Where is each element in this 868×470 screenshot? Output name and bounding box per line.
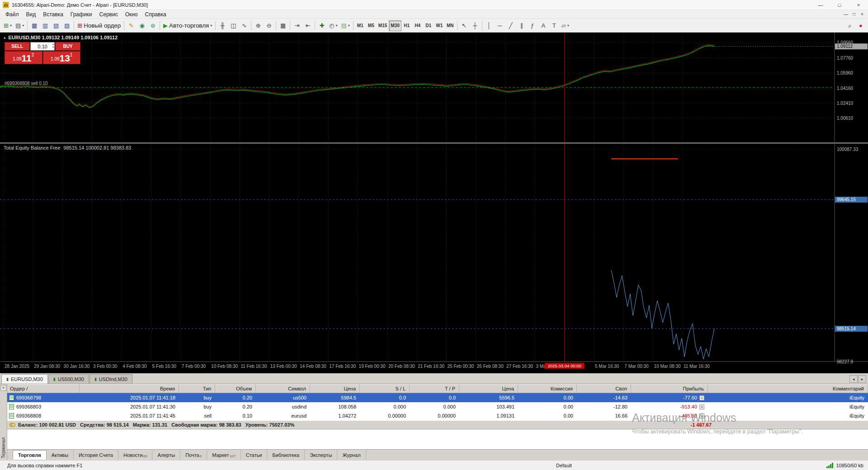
- menu-item-Вид[interactable]: Вид: [23, 11, 40, 18]
- column-header-7[interactable]: T / P: [410, 384, 459, 393]
- menu-item-Справка[interactable]: Справка: [142, 11, 170, 18]
- table-row[interactable]: 6993688032025.01.07 11:41:30buy0.20usdin…: [7, 402, 868, 411]
- zoom-out-button[interactable]: ⊖: [264, 20, 274, 31]
- timeframe-m5[interactable]: M5: [366, 20, 377, 31]
- market-button[interactable]: ⊚: [147, 20, 158, 31]
- menu-item-Сервис[interactable]: Сервис: [96, 11, 122, 18]
- horizontal-line-button[interactable]: ─: [495, 20, 505, 31]
- column-header-9[interactable]: Комиссия: [518, 384, 577, 393]
- status-profile[interactable]: Default: [556, 463, 572, 468]
- terminal-tab-Алерты[interactable]: Алерты: [152, 450, 180, 460]
- column-header-6[interactable]: S / L: [360, 384, 410, 393]
- timeframe-m30[interactable]: M30: [389, 20, 401, 31]
- column-header-12[interactable]: Комментарий: [708, 384, 868, 393]
- column-header-0[interactable]: Ордер /: [7, 384, 80, 393]
- crosshair-button[interactable]: ┼: [470, 20, 481, 31]
- terminal-tab-Библиотека[interactable]: Библиотека: [267, 450, 305, 460]
- mdi-minimize-button[interactable]: —: [842, 9, 850, 19]
- menu-item-Окно[interactable]: Окно: [122, 11, 142, 18]
- minimize-button[interactable]: —: [811, 0, 830, 9]
- column-header-5[interactable]: Цена: [310, 384, 360, 393]
- terminal-panel-button[interactable]: ▨: [61, 20, 72, 31]
- auto-scroll-button[interactable]: ⇥: [292, 20, 302, 31]
- buy-button[interactable]: BUY: [55, 42, 80, 51]
- column-header-1[interactable]: Время: [80, 384, 179, 393]
- chart-tab-EURUSD,M30[interactable]: ▮EURUSD,M30: [1, 374, 48, 384]
- terminal-tab-Статьи[interactable]: Статьи: [241, 450, 268, 460]
- mql5-button[interactable]: ◉: [137, 20, 147, 31]
- shapes-button-dropdown-icon[interactable]: ▾: [567, 24, 569, 28]
- periods-button-dropdown-icon[interactable]: ▾: [335, 24, 337, 28]
- shapes-button[interactable]: ▱▾: [560, 20, 571, 31]
- templates-button-dropdown-icon[interactable]: ▾: [348, 24, 350, 28]
- lot-spin-up-icon[interactable]: ▴: [52, 42, 54, 46]
- fibonacci-button[interactable]: ƒ: [527, 20, 538, 31]
- chart-canvas[interactable]: 28 Jan 202529 Jan 08:3030 Jan 16:303 Feb…: [0, 33, 868, 373]
- maximize-button[interactable]: □: [830, 0, 849, 9]
- column-header-2[interactable]: Тип: [179, 384, 215, 393]
- lot-size-input[interactable]: 0.10 ▴ ▾: [30, 42, 55, 51]
- bar-chart-button[interactable]: ╫: [217, 20, 228, 31]
- timeframe-d1[interactable]: D1: [423, 20, 434, 31]
- profiles-button-dropdown-icon[interactable]: ▾: [22, 24, 24, 28]
- new-chart-button-dropdown-icon[interactable]: ▾: [10, 24, 12, 28]
- column-header-8[interactable]: Цена: [459, 384, 518, 393]
- market-watch-button[interactable]: ▦: [29, 20, 40, 31]
- sell-button[interactable]: SELL: [5, 42, 30, 51]
- timeframe-mn[interactable]: MN: [445, 20, 456, 31]
- timeframe-m1[interactable]: M1: [355, 20, 366, 31]
- column-header-11[interactable]: Прибыль: [631, 384, 708, 393]
- timeframe-h1[interactable]: H1: [401, 20, 412, 31]
- column-header-4[interactable]: Символ: [256, 384, 310, 393]
- open-position-label[interactable]: #699368808 sell 0.10: [5, 81, 48, 86]
- chart-tabs-scroll-right[interactable]: ▸: [858, 375, 866, 383]
- chart-shift-button[interactable]: ⇤: [302, 20, 313, 31]
- menu-item-Вставка[interactable]: Вставка: [39, 11, 67, 18]
- table-row[interactable]: 6993688082025.01.07 11:41:45sell0.10euru…: [7, 411, 868, 420]
- buy-price-button[interactable]: 1.09 13 1: [43, 51, 81, 64]
- profiles-button[interactable]: ▤▾: [14, 20, 26, 31]
- chat-button[interactable]: ●: [855, 20, 866, 31]
- terminal-tab-Маркет[interactable]: Маркет107: [207, 450, 241, 460]
- table-row[interactable]: 6993687982025.01.07 11:41:18buy0.20us500…: [7, 393, 868, 402]
- chart-tab-US500,M30[interactable]: ▮US500,M30: [48, 374, 89, 384]
- sell-price-button[interactable]: 1.09 11 2: [5, 51, 42, 64]
- label-button[interactable]: Т: [549, 20, 560, 31]
- line-chart-button[interactable]: ∿: [239, 20, 250, 31]
- data-window-button[interactable]: ▥: [40, 20, 51, 31]
- close-button[interactable]: ×: [849, 0, 868, 9]
- metaeditor-button[interactable]: ✎: [126, 20, 137, 31]
- timeframe-m15[interactable]: M15: [377, 20, 389, 31]
- autotrade-button[interactable]: ▶Авто-торговля▾: [161, 20, 214, 31]
- chart-tabs-scroll-left[interactable]: ◂: [849, 375, 858, 383]
- timeframe-w1[interactable]: W1: [434, 20, 445, 31]
- terminal-close-button[interactable]: ×: [0, 385, 6, 391]
- zoom-in-button[interactable]: ⊕: [253, 20, 264, 31]
- terminal-tab-Торговля[interactable]: Торговля: [13, 450, 47, 460]
- terminal-tab-Эксперты[interactable]: Эксперты: [305, 450, 337, 460]
- search-button[interactable]: ⌕: [844, 20, 855, 31]
- indicators-button[interactable]: ✚: [316, 20, 327, 31]
- new-order-button[interactable]: ⊞Новый ордер: [75, 20, 123, 31]
- navigator-button[interactable]: ▧: [51, 20, 61, 31]
- trendline-button[interactable]: ╱: [505, 20, 516, 31]
- tile-windows-button[interactable]: ▦: [278, 20, 288, 31]
- mdi-restore-button[interactable]: □: [850, 9, 858, 19]
- close-position-button[interactable]: ×: [699, 404, 704, 409]
- terminal-tab-Почта[interactable]: Почта6: [180, 450, 207, 460]
- vertical-line-button[interactable]: │: [484, 20, 495, 31]
- terminal-tab-Активы[interactable]: Активы: [47, 450, 74, 460]
- chart-tab-USDInd,M30[interactable]: ▮USDInd,M30: [90, 374, 132, 384]
- periods-button[interactable]: ◴▾: [327, 20, 339, 31]
- autotrade-button-dropdown-icon[interactable]: ▾: [210, 24, 212, 28]
- close-position-button[interactable]: ×: [699, 395, 704, 400]
- menu-item-Файл[interactable]: Файл: [2, 11, 23, 18]
- terminal-side-label[interactable]: Терминал: [1, 437, 6, 458]
- channel-button[interactable]: ∥: [516, 20, 527, 31]
- close-position-button[interactable]: ×: [699, 414, 704, 418]
- column-header-10[interactable]: Своп: [577, 384, 631, 393]
- lot-spin-down-icon[interactable]: ▾: [52, 46, 54, 49]
- text-button[interactable]: A: [538, 20, 549, 31]
- new-chart-button[interactable]: ⊞▾: [2, 20, 14, 31]
- menu-item-Графики[interactable]: Графики: [67, 11, 96, 18]
